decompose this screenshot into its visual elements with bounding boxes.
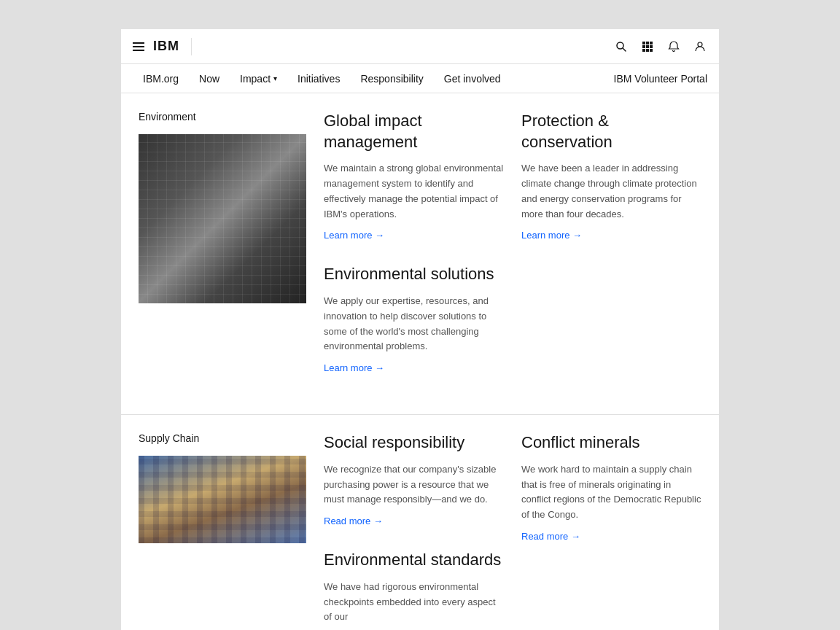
global-impact-body: We maintain a strong global environmenta…: [324, 161, 504, 222]
ibm-logo: IBM: [153, 39, 179, 54]
svg-rect-5: [642, 45, 645, 48]
hamburger-menu-icon[interactable]: [133, 42, 144, 51]
nav-volunteer-portal[interactable]: IBM Volunteer Portal: [614, 73, 707, 85]
top-header: IBM: [121, 29, 719, 64]
supply-chain-left-cards: Social responsibility We recognize that …: [324, 432, 504, 630]
header-divider: [191, 38, 192, 55]
conflict-minerals-link[interactable]: Read more →: [521, 531, 580, 542]
environment-section: Environment Global impact management We …: [121, 93, 719, 415]
protection-conservation-title: Protection & conservation: [521, 111, 701, 152]
nav-label-impact: Impact: [240, 73, 271, 85]
supply-chain-section: Supply Chain Social responsibility We re…: [121, 415, 719, 630]
nav-item-now[interactable]: Now: [189, 64, 230, 93]
nav-item-impact[interactable]: Impact ▾: [230, 64, 287, 93]
environmental-solutions-card: Environmental solutions We apply our exp…: [324, 264, 504, 397]
svg-rect-6: [646, 45, 649, 48]
supply-chain-image: [139, 456, 306, 543]
supply-chain-label: Supply Chain: [139, 432, 306, 444]
apps-icon[interactable]: [640, 39, 655, 54]
svg-rect-8: [642, 49, 645, 52]
environment-label: Environment: [139, 111, 306, 122]
nav-item-ibmorg[interactable]: IBM.org: [133, 64, 189, 93]
environmental-solutions-body: We apply our expertise, resources, and i…: [324, 294, 504, 354]
social-responsibility-card: Social responsibility We recognize that …: [324, 432, 504, 550]
environmental-standards-card: Environmental standards We have had rigo…: [324, 550, 504, 630]
notification-icon[interactable]: [666, 39, 681, 54]
svg-rect-3: [646, 42, 649, 44]
nav-item-responsibility[interactable]: Responsibility: [350, 64, 433, 93]
protection-conservation-card: Protection & conservation We have been a…: [521, 111, 701, 264]
nav-item-initiatives[interactable]: Initiatives: [287, 64, 350, 93]
environmental-solutions-link[interactable]: Learn more →: [324, 362, 384, 373]
svg-line-1: [623, 48, 626, 51]
environment-left-cards: Global impact management We maintain a s…: [324, 111, 504, 397]
svg-point-11: [698, 42, 702, 47]
conflict-minerals-body: We work hard to maintain a supply chain …: [521, 462, 701, 523]
global-impact-card: Global impact management We maintain a s…: [324, 111, 504, 264]
nav-item-get-involved[interactable]: Get involved: [434, 64, 511, 93]
conflict-minerals-title: Conflict minerals: [521, 432, 701, 454]
nav-bar: IBM.org Now Impact ▾ Initiatives Respons…: [121, 64, 719, 93]
main-content: Environment Global impact management We …: [121, 93, 719, 630]
svg-rect-9: [646, 49, 649, 52]
svg-rect-7: [650, 45, 653, 48]
chevron-down-icon: ▾: [273, 74, 277, 82]
supply-chain-section-left: Supply Chain: [139, 432, 306, 630]
page-wrapper: IBM: [121, 29, 719, 630]
svg-rect-10: [650, 49, 653, 52]
svg-rect-4: [650, 42, 653, 44]
global-impact-title: Global impact management: [324, 111, 504, 152]
global-impact-link[interactable]: Learn more →: [324, 230, 384, 241]
supply-chain-right-cards: Conflict minerals We work hard to mainta…: [521, 432, 701, 630]
social-responsibility-link[interactable]: Read more →: [324, 516, 383, 526]
social-responsibility-body: We recognize that our company's sizable …: [324, 462, 504, 508]
header-right-icons: [614, 39, 707, 54]
nav-items: IBM.org Now Impact ▾ Initiatives Respons…: [133, 64, 511, 93]
search-icon[interactable]: [614, 39, 629, 54]
protection-conservation-link[interactable]: Learn more →: [521, 230, 582, 241]
environmental-standards-title: Environmental standards: [324, 550, 504, 571]
environment-image: [139, 134, 306, 303]
protection-conservation-body: We have been a leader in addressing clim…: [521, 161, 701, 222]
environmental-standards-body: We have had rigorous environmental check…: [324, 580, 504, 625]
environment-section-left: Environment: [139, 111, 306, 397]
environment-right-cards: Protection & conservation We have been a…: [521, 111, 701, 397]
conflict-minerals-card: Conflict minerals We work hard to mainta…: [521, 432, 701, 565]
social-responsibility-title: Social responsibility: [324, 432, 504, 454]
svg-rect-2: [642, 42, 645, 44]
environmental-solutions-title: Environmental solutions: [324, 264, 504, 285]
user-icon[interactable]: [693, 39, 707, 54]
